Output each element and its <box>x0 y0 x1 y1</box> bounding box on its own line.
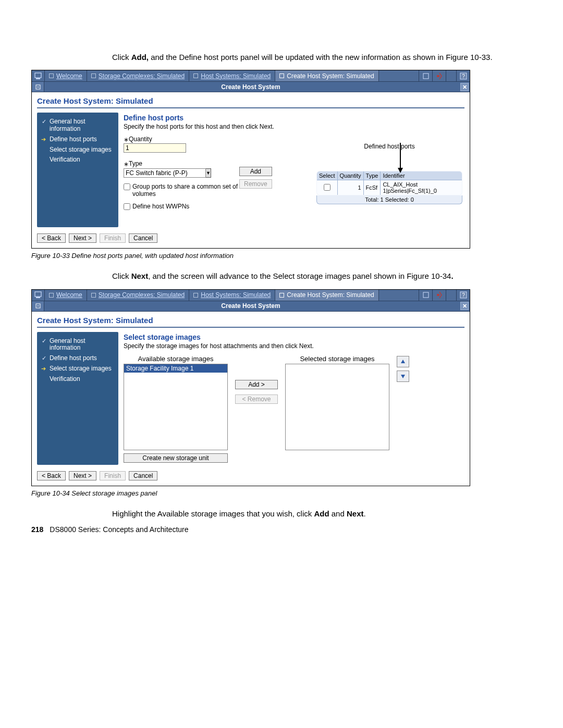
svg-marker-17 <box>401 375 405 378</box>
move-down-icon[interactable] <box>397 371 409 382</box>
defined-host-ports-label: Defined host ports <box>316 143 462 150</box>
nav-verification[interactable]: Verification <box>40 374 115 385</box>
tab-create-host-system[interactable]: Create Host System: Simulated <box>275 70 378 81</box>
back-button[interactable]: < Back <box>37 233 66 243</box>
help-icon[interactable]: ? <box>456 70 470 81</box>
breadcrumb-toggle[interactable] <box>32 301 44 311</box>
panel-title: Define host ports <box>124 114 460 122</box>
breadcrumb-toggle[interactable] <box>32 82 44 92</box>
cancel-button[interactable]: Cancel <box>129 471 157 480</box>
toolbar-icon-2[interactable] <box>432 290 446 301</box>
tab-host-systems[interactable]: Host Systems: Simulated <box>189 290 275 301</box>
selected-listbox[interactable] <box>285 364 389 450</box>
wizard-nav: General host information Define host por… <box>37 332 118 465</box>
window-title: Create Host System <box>221 302 280 310</box>
figure-10-33: Welcome Storage Complexes: Simulated Hos… <box>31 70 470 249</box>
nav-general-host[interactable]: General host information <box>40 336 115 354</box>
help-icon[interactable]: ? <box>456 290 470 301</box>
panel-title: Select storage images <box>124 333 460 341</box>
app-icon <box>32 290 44 301</box>
nav-define-host-ports[interactable]: Define host ports <box>40 134 115 145</box>
back-button[interactable]: < Back <box>37 471 66 480</box>
svg-rect-10 <box>36 297 40 298</box>
table-footer: Total: 1 Selected: 0 <box>316 195 462 204</box>
close-icon[interactable]: ✕ <box>460 83 469 91</box>
nav-verification[interactable]: Verification <box>40 155 115 165</box>
paragraph-2: Click Next, and the screen will advance … <box>112 271 519 281</box>
svg-text:?: ? <box>462 292 465 298</box>
svg-text:?: ? <box>462 73 465 79</box>
toolbar-icon-2[interactable] <box>432 70 446 81</box>
table-row[interactable]: 1 FcSf CL_AIX_Host 1|pSeries|Fc_Sf(1)_0 <box>317 180 462 195</box>
figure-10-34: Welcome Storage Complexes: Simulated Hos… <box>31 289 470 486</box>
figure-10-33-caption: Figure 10-33 Define host ports panel, wi… <box>31 252 532 260</box>
panel-subtitle: Specify the host ports for this host and… <box>124 123 460 130</box>
nav-general-host[interactable]: General host information <box>40 117 115 134</box>
remove-button: Remove <box>239 179 272 189</box>
arrow-down-icon <box>397 142 404 173</box>
toolbar-icon-1[interactable] <box>419 290 432 301</box>
type-select[interactable]: ▼ <box>124 168 202 178</box>
selected-label: Selected storage images <box>285 355 389 363</box>
quantity-input[interactable] <box>124 143 186 153</box>
tab-create-host-system[interactable]: Create Host System: Simulated <box>275 290 378 301</box>
panel-subtitle: Specify the storage images for host atta… <box>124 342 460 350</box>
close-icon[interactable]: ✕ <box>460 302 469 310</box>
svg-rect-0 <box>35 73 41 78</box>
svg-rect-2 <box>423 73 429 79</box>
tab-welcome[interactable]: Welcome <box>44 290 87 301</box>
available-label: Available storage images <box>124 355 228 363</box>
svg-rect-3 <box>437 75 439 77</box>
add-button[interactable]: Add <box>239 167 272 176</box>
tab-storage-complexes[interactable]: Storage Complexes: Simulated <box>87 290 189 301</box>
next-button[interactable]: Next > <box>69 233 96 243</box>
svg-rect-12 <box>437 294 439 296</box>
row-select-checkbox[interactable] <box>324 184 331 191</box>
page-title: Create Host System: Simulated <box>37 315 464 328</box>
svg-rect-11 <box>423 292 429 298</box>
move-up-icon[interactable] <box>397 356 409 367</box>
defined-ports-table: Select Quantity Type Identifier 1 FcSf C… <box>316 171 462 195</box>
next-button[interactable]: Next > <box>69 471 96 480</box>
tab-storage-complexes[interactable]: Storage Complexes: Simulated <box>87 70 189 81</box>
svg-rect-1 <box>36 78 40 79</box>
window-title: Create Host System <box>221 83 280 91</box>
remove-button: < Remove <box>235 394 278 404</box>
nav-select-storage-images[interactable]: Select storage images <box>40 145 115 155</box>
svg-marker-16 <box>401 360 405 363</box>
finish-button: Finish <box>100 233 126 243</box>
svg-rect-9 <box>35 292 41 297</box>
tab-welcome[interactable]: Welcome <box>44 70 87 81</box>
define-wwpns-checkbox[interactable]: Define host WWPNs <box>124 203 254 210</box>
quantity-label: ∗Quantity <box>124 135 460 143</box>
paragraph-1: Click Add, and the Define host ports pan… <box>112 52 519 63</box>
svg-marker-8 <box>398 168 403 173</box>
nav-define-host-ports[interactable]: Define host ports <box>40 353 115 364</box>
toolbar-icon-1[interactable] <box>419 70 432 81</box>
cancel-button[interactable]: Cancel <box>129 233 157 243</box>
chevron-down-icon[interactable]: ▼ <box>206 168 211 178</box>
list-item[interactable]: Storage Facility Image 1 <box>124 364 227 373</box>
page-footer: 218DS8000 Series: Concepts and Architect… <box>31 525 189 534</box>
finish-button: Finish <box>100 471 126 480</box>
nav-select-storage-images[interactable]: Select storage images <box>40 364 115 374</box>
add-button[interactable]: Add > <box>235 380 278 389</box>
tab-host-systems[interactable]: Host Systems: Simulated <box>189 70 275 81</box>
group-ports-checkbox[interactable]: Group ports to share a common set of vol… <box>124 183 254 198</box>
wizard-nav: General host information Define host por… <box>37 113 118 227</box>
paragraph-3: Highlight the Available storage images t… <box>112 509 519 519</box>
create-new-storage-button[interactable]: Create new storage unit <box>124 453 228 463</box>
page-title: Create Host System: Simulated <box>37 95 464 108</box>
available-listbox[interactable]: Storage Facility Image 1 <box>124 364 228 450</box>
figure-10-34-caption: Figure 10-34 Select storage images panel <box>31 489 532 497</box>
app-icon <box>32 70 44 81</box>
